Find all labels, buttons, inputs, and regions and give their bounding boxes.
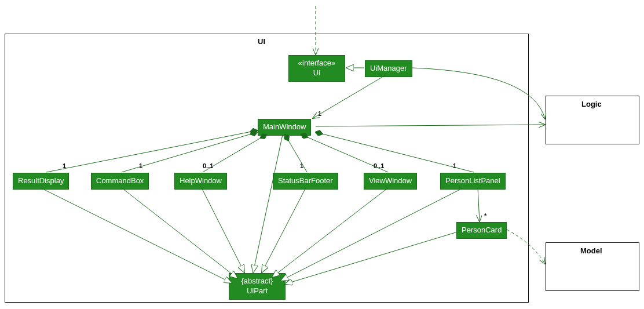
class-result-display: ResultDisplay bbox=[13, 173, 69, 190]
class-ui-manager: UiManager bbox=[365, 60, 412, 77]
ui-part-stereotype: {abstract} bbox=[234, 277, 280, 286]
ui-interface-stereotype: «interface» bbox=[294, 59, 340, 68]
person-list-panel-name: PersonListPanel bbox=[445, 176, 500, 185]
package-logic-label: Logic bbox=[581, 100, 602, 108]
person-card-name: PersonCard bbox=[462, 226, 502, 234]
class-person-list-panel: PersonListPanel bbox=[440, 173, 506, 190]
mult-command-box: 1 bbox=[139, 162, 142, 169]
main-window-name: MainWindow bbox=[263, 122, 306, 131]
package-ui-label: UI bbox=[258, 37, 265, 46]
command-box-name: CommandBox bbox=[96, 176, 144, 185]
ui-interface-name: Ui bbox=[294, 68, 340, 78]
package-ui bbox=[5, 34, 529, 303]
help-window-name: HelpWindow bbox=[180, 176, 222, 185]
class-status-bar-footer: StatusBarFooter bbox=[273, 173, 338, 190]
class-help-window: HelpWindow bbox=[174, 173, 227, 190]
class-ui-part: {abstract} UiPart bbox=[229, 273, 286, 300]
class-view-window: ViewWindow bbox=[364, 173, 417, 190]
mult-status-bar: 1 bbox=[300, 162, 303, 169]
view-window-name: ViewWindow bbox=[369, 176, 412, 185]
mult-person-card: * bbox=[484, 212, 486, 219]
class-command-box: CommandBox bbox=[91, 173, 149, 190]
mult-main-window: 1 bbox=[318, 110, 321, 117]
mult-person-list: 1 bbox=[453, 162, 456, 169]
class-main-window: MainWindow bbox=[258, 119, 311, 136]
ui-part-name: UiPart bbox=[234, 286, 280, 296]
result-display-name: ResultDisplay bbox=[18, 176, 64, 185]
package-model-label: Model bbox=[580, 246, 602, 255]
class-ui-interface: «interface» Ui bbox=[288, 55, 345, 82]
status-bar-footer-name: StatusBarFooter bbox=[278, 176, 333, 185]
mult-result-display: 1 bbox=[63, 162, 66, 169]
ui-manager-name: UiManager bbox=[370, 64, 407, 72]
class-person-card: PersonCard bbox=[456, 222, 507, 239]
mult-help-window: 0..1 bbox=[203, 162, 213, 169]
mult-view-window: 0..1 bbox=[374, 162, 384, 169]
